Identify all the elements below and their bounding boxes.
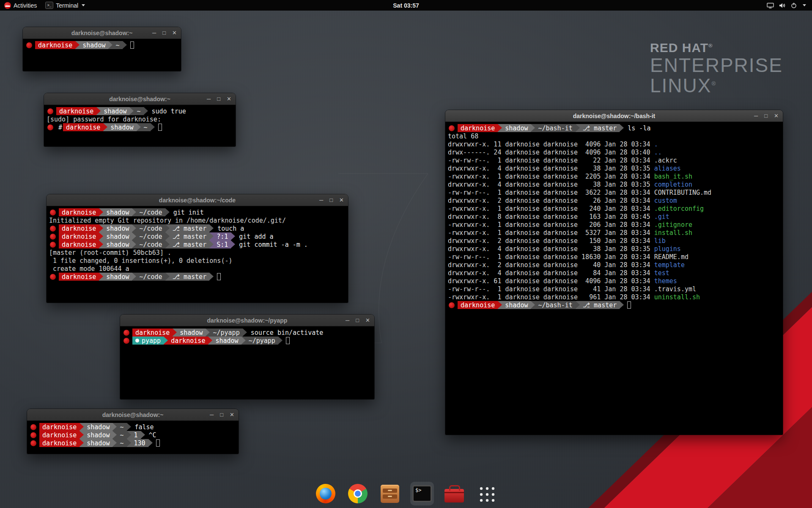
- close-button[interactable]: ✕: [774, 113, 779, 119]
- minimize-button[interactable]: ─: [754, 113, 758, 119]
- minimize-button[interactable]: ─: [319, 197, 323, 203]
- powerline-arrow: [165, 240, 170, 248]
- terminal-line: drwxrwxr-x. 2 darknoise darknoise 26 Jan…: [448, 196, 780, 204]
- terminal-window-home-2[interactable]: darknoise@shadow:~ ─ □ ✕ darknoiseshadow…: [27, 409, 239, 454]
- powerline-arrow: [165, 224, 170, 232]
- prompt-segment-path: ~/code: [136, 224, 165, 232]
- terminal-content[interactable]: darknoiseshadow~/bash-it⎇ masterls -lato…: [445, 122, 783, 435]
- directory-name: test: [654, 269, 669, 277]
- powerline-arrow: [141, 431, 145, 439]
- prompt-segment-user: darknoise: [39, 439, 80, 447]
- powerline-arrow: [80, 423, 84, 431]
- prompt-segment-host: shadow: [84, 439, 112, 447]
- powerline-arrow: [80, 431, 84, 439]
- prompt-segment-gitst: ?:1: [214, 232, 231, 240]
- terminal-content[interactable]: darknoiseshadow~falsedarknoiseshadow~1^C…: [27, 421, 239, 454]
- prompt-segment-host: shadow: [103, 273, 132, 281]
- prompt-segment-user: darknoise: [39, 423, 80, 431]
- maximize-button[interactable]: □: [764, 113, 768, 119]
- powerline-arrow: [132, 240, 136, 248]
- prompt-segment-user: darknoise: [63, 123, 103, 131]
- titlebar[interactable]: darknoise@shadow:~ ─ □ ✕: [27, 409, 239, 421]
- prompt-segment-path: ~/code: [136, 273, 165, 281]
- dock-terminal[interactable]: [410, 482, 434, 505]
- minimize-button[interactable]: ─: [210, 412, 214, 417]
- titlebar[interactable]: darknoise@shadow:~ ─ □ ✕: [23, 27, 181, 39]
- system-status-area[interactable]: [763, 0, 810, 11]
- terminal-content[interactable]: darknoiseshadow~: [23, 39, 181, 71]
- terminal-content[interactable]: darknoiseshadow~/codegit initInitialized…: [47, 206, 348, 303]
- powerline-arrow: [127, 423, 131, 431]
- terminal-window-bash-it[interactable]: darknoise@shadow:~/bash-it ─ □ ✕ darknoi…: [445, 110, 783, 435]
- terminal-line: pyappdarknoiseshadow~/pyapp: [123, 337, 372, 345]
- prompt-segment-path: ~/code: [136, 208, 165, 216]
- executable-name: uninstall.sh: [654, 293, 700, 301]
- output-text: -rwxrwxr-x. 1 darknoise darknoise 2205 J…: [448, 173, 654, 180]
- dock-software-toolbox[interactable]: [442, 482, 466, 505]
- terminal-app-icon: [45, 2, 53, 9]
- minimize-button[interactable]: ─: [207, 96, 211, 102]
- registered-mark: ®: [708, 42, 713, 49]
- terminal-window-sudo[interactable]: darknoise@shadow:~ ─ □ ✕ darknoiseshadow…: [44, 93, 236, 146]
- output-text: -rwxrwxr-x. 1 darknoise darknoise 961 Ja…: [448, 293, 654, 301]
- minimize-button[interactable]: ─: [152, 30, 156, 36]
- output-text: drwxrwxr-x. 4 darknoise darknoise 38 Jan…: [448, 181, 654, 188]
- terminal-window-pyapp[interactable]: darknoise@shadow:~/pyapp ─ □ ✕ darknoise…: [120, 315, 374, 399]
- maximize-button[interactable]: □: [220, 412, 223, 417]
- redhat-prompt-icon: [30, 432, 36, 438]
- close-button[interactable]: ✕: [172, 30, 177, 36]
- activities-button[interactable]: Activities: [0, 0, 41, 11]
- titlebar[interactable]: darknoise@shadow:~/pyapp ─ □ ✕: [120, 315, 374, 326]
- terminal-line: darknoiseshadow~/bash-it⎇ master: [448, 301, 780, 309]
- powerline-arrow: [144, 107, 148, 115]
- output-text: [sudo] password for darknoise:: [47, 116, 161, 123]
- redhat-prompt-icon: [30, 424, 36, 430]
- maximize-button[interactable]: □: [162, 30, 166, 36]
- prompt-segment-path: ~/code: [136, 240, 165, 248]
- close-button[interactable]: ✕: [365, 318, 370, 323]
- redhat-prompt-icon: [50, 242, 56, 248]
- powerline-arrow: [137, 123, 141, 131]
- terminal-line: -rw-rw-r--. 1 darknoise darknoise 18630 …: [448, 253, 780, 261]
- prompt-segment-path: ~/code: [136, 232, 165, 240]
- close-button[interactable]: ✕: [227, 96, 231, 102]
- dock-chrome[interactable]: [346, 482, 370, 505]
- terminal-content[interactable]: darknoiseshadow~sudo true[sudo] password…: [44, 105, 236, 146]
- output-text: -rw-rw-r--. 1 darknoise darknoise 3622 J…: [448, 189, 654, 196]
- terminal-line: darknoiseshadow~/code⎇ master?:1git add …: [49, 232, 346, 240]
- app-menu-terminal[interactable]: Terminal: [41, 0, 89, 11]
- minimize-button[interactable]: ─: [346, 318, 349, 323]
- titlebar[interactable]: darknoise@shadow:~ ─ □ ✕: [44, 93, 236, 105]
- dock-firefox[interactable]: [314, 482, 337, 505]
- terminal-cursor: [217, 273, 221, 280]
- prompt-segment-host: shadow: [502, 124, 531, 132]
- powerline-arrow: [498, 124, 502, 132]
- output-text: drwxrwxr-x. 4 darknoise darknoise 38 Jan…: [448, 245, 654, 253]
- terminal-window-home-1[interactable]: darknoise@shadow:~ ─ □ ✕ darknoiseshadow…: [23, 27, 181, 71]
- prompt-segment-user: darknoise: [132, 329, 173, 337]
- redhat-prompt-icon: [50, 226, 56, 232]
- terminal-line: drwxrwxr-x. 4 darknoise darknoise 38 Jan…: [448, 180, 780, 188]
- titlebar[interactable]: darknoise@shadow:~/bash-it ─ □ ✕: [445, 110, 783, 122]
- output-text: drwxrwxr-x. 4 darknoise darknoise 38 Jan…: [448, 165, 654, 172]
- titlebar[interactable]: darknoise@shadow:~/code ─ □ ✕: [47, 194, 348, 206]
- maximize-button[interactable]: □: [329, 197, 333, 203]
- terminal-content[interactable]: darknoiseshadow~/pyappsource bin/activat…: [120, 326, 374, 399]
- maximize-button[interactable]: □: [356, 318, 359, 323]
- close-button[interactable]: ✕: [230, 412, 234, 417]
- terminal-line: drwx------. 24 darknoise darknoise 4096 …: [448, 148, 780, 156]
- maximize-button[interactable]: □: [217, 96, 220, 102]
- close-button[interactable]: ✕: [339, 197, 344, 203]
- terminal-cursor: [130, 41, 134, 49]
- clock[interactable]: Sat 03:57: [389, 0, 423, 11]
- terminal-window-code[interactable]: darknoise@shadow:~/code ─ □ ✕ darknoises…: [47, 194, 348, 303]
- powerline-arrow: [164, 337, 168, 345]
- dock-files[interactable]: [378, 482, 402, 505]
- command-text: ls -la: [628, 124, 650, 132]
- powerline-arrow: [99, 224, 103, 232]
- dock-show-applications[interactable]: [475, 482, 498, 505]
- directory-name: ..: [654, 149, 662, 156]
- terminal-cursor: [158, 124, 162, 131]
- output-text: drwxrwxr-x. 2 darknoise darknoise 40 Jan…: [448, 261, 654, 269]
- top-bar: Activities Terminal Sat 03:57: [0, 0, 812, 11]
